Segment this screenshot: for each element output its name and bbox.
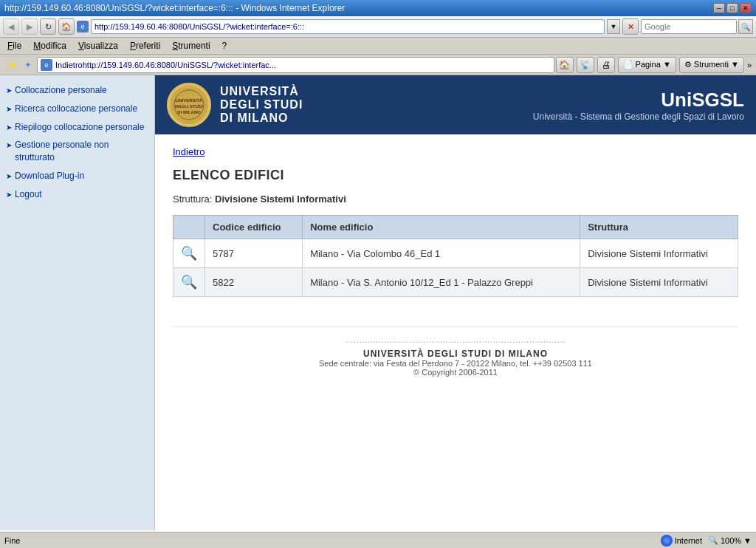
bookmark-add-icon[interactable]: ✦ [21, 58, 35, 72]
col-header-struttura: Struttura [580, 216, 738, 239]
sidebar-item-ricerca[interactable]: ➤ Ricerca collocazione personale [0, 100, 154, 118]
close-button[interactable]: ✕ [740, 3, 752, 13]
nav-bar: ◀ ▶ ↻ 🏠 e ▼ ✕ 🔍 [0, 16, 756, 38]
right-icons: 🏠 📡 🖨 📄 Pagina ▼ ⚙ Strumenti ▼ » [556, 57, 752, 73]
cell-codice: 5822 [205, 268, 303, 297]
menu-help[interactable]: ? [219, 39, 230, 52]
bookmark-star-icon[interactable]: ★ [4, 58, 19, 72]
bookmarks-url: Indietro [55, 61, 83, 69]
more-btn[interactable]: » [747, 61, 752, 69]
title-bar-text: http://159.149.60.46:8080/UniSGSL/?wicke… [4, 3, 345, 13]
col-header-icon [173, 216, 205, 239]
strumenti-btn[interactable]: ⚙ Strumenti ▼ [679, 57, 744, 73]
page-title: ELENCO EDIFICI [173, 168, 738, 183]
bookmarks-url-text: http://159.149.60.46:8080/UniSGSL/?wicke… [83, 61, 276, 69]
zoom-dropdown-icon[interactable]: ▼ [743, 536, 752, 545]
rss-icon-btn[interactable]: 📡 [577, 57, 594, 73]
status-bar: Fine Internet 🔍 100% ▼ [0, 532, 756, 548]
sidebar-item-riepilogo[interactable]: ➤ Riepilogo collocazione personale [0, 118, 154, 137]
full-content-area: UNIVERSITÀ DEGLI STUDI DI MILANO UNIVERS… [155, 75, 756, 530]
refresh-button[interactable]: ↻ [40, 18, 56, 35]
uni-line3: DI MILANO [220, 112, 303, 125]
search-bar: 🔍 [641, 19, 753, 34]
sidebar-link-ricerca[interactable]: Ricerca collocazione personale [15, 103, 137, 115]
zoom-control[interactable]: 🔍 100% ▼ [708, 535, 752, 545]
sidebar-item-collocazione-personale[interactable]: ➤ Collocazione personale [0, 81, 154, 100]
sidebar-link-download[interactable]: Download Plug-in [15, 170, 84, 182]
stop-button[interactable]: ✕ [622, 18, 639, 35]
row-search-icon-cell[interactable]: 🔍 [173, 239, 205, 268]
struttura-label: Struttura: Divisione Sistemi Informativi [173, 193, 738, 205]
print-icon-btn[interactable]: 🖨 [597, 57, 615, 73]
search-input[interactable] [641, 19, 737, 34]
struttura-name: Divisione Sistemi Informativi [215, 193, 346, 205]
sidebar-link-gestione[interactable]: Gestione personale non strutturato [15, 139, 148, 164]
university-name: UNIVERSITÀ DEGLI STUDI DI MILANO [220, 85, 303, 125]
menu-file[interactable]: File [4, 39, 24, 52]
address-dropdown[interactable]: ▼ [607, 19, 620, 34]
arrow-icon: ➤ [6, 140, 12, 151]
title-bar-left: http://159.149.60.46:8080/UniSGSL/?wicke… [4, 3, 345, 13]
struttura-prefix: Struttura: [173, 193, 215, 205]
uni-line2: DEGLI STUDI [220, 98, 303, 112]
cell-codice: 5787 [205, 239, 303, 268]
buildings-table: Codice edificio Nome edificio Struttura … [173, 215, 738, 297]
menu-modifica[interactable]: Modifica [30, 39, 69, 52]
content-area: Indietro ELENCO EDIFICI Struttura: Divis… [155, 134, 756, 530]
sidebar: ➤ Collocazione personale ➤ Ricerca collo… [0, 75, 155, 530]
arrow-icon: ➤ [6, 190, 12, 200]
sidebar-item-download[interactable]: ➤ Download Plug-in [0, 167, 154, 185]
maximize-button[interactable]: □ [726, 3, 738, 13]
sidebar-item-gestione[interactable]: ➤ Gestione personale non strutturato [0, 136, 154, 167]
app-desc: Università - Sistema di Gestione degli S… [533, 112, 744, 122]
svg-text:UNIVERSITÀ: UNIVERSITÀ [176, 98, 203, 103]
cell-struttura: Divisione Sistemi Informativi [580, 239, 738, 268]
table-row: 🔍5787Milano - Via Colombo 46_Ed 1Divisio… [173, 239, 738, 268]
arrow-icon: ➤ [6, 123, 12, 133]
pagina-btn[interactable]: 📄 Pagina ▼ [618, 57, 676, 73]
cell-struttura: Divisione Sistemi Informativi [580, 268, 738, 297]
magnifier-icon[interactable]: 🔍 [181, 275, 197, 290]
uni-line1: UNIVERSITÀ [220, 85, 303, 98]
sidebar-link-collocazione[interactable]: Collocazione personale [15, 84, 107, 97]
menu-strumenti[interactable]: Strumenti [169, 39, 213, 52]
footer-copyright: © Copyright 2006-2011 [182, 368, 729, 377]
zoom-level: 100% [721, 536, 741, 545]
address-bar-container: e ▼ ✕ [77, 18, 639, 35]
title-bar-controls[interactable]: ─ □ ✕ [713, 3, 752, 13]
footer-dots: ........................................… [182, 336, 729, 344]
home-icon-btn[interactable]: 🏠 [556, 57, 574, 73]
svg-text:DEGLI STUDI: DEGLI STUDI [175, 104, 203, 109]
magnifier-icon[interactable]: 🔍 [181, 246, 197, 261]
footer-uni-name: UNIVERSITÀ DEGLI STUDI DI MILANO [182, 349, 729, 359]
cell-nome: Milano - Via S. Antonio 10/12_Ed 1 - Pal… [303, 268, 580, 297]
arrow-icon: ➤ [6, 86, 12, 96]
col-header-codice: Codice edificio [205, 216, 303, 239]
search-button[interactable]: 🔍 [738, 19, 753, 34]
sidebar-item-logout[interactable]: ➤ Logout [0, 185, 154, 204]
forward-button[interactable]: ▶ [21, 18, 38, 35]
col-header-nome: Nome edificio [303, 216, 580, 239]
bookmarks-bar: ★ ✦ e Indietro http://159.149.60.46:8080… [0, 55, 756, 75]
sidebar-link-riepilogo[interactable]: Riepilogo collocazione personale [15, 121, 144, 134]
status-right: Internet 🔍 100% ▼ [661, 535, 752, 547]
sidebar-link-logout[interactable]: Logout [15, 188, 42, 201]
internet-label: Internet [675, 536, 702, 545]
menu-visualizza[interactable]: Visualizza [75, 39, 121, 52]
menu-preferiti[interactable]: Preferiti [127, 39, 163, 52]
internet-zone: Internet [661, 535, 702, 547]
svg-text:DI MILANO: DI MILANO [177, 110, 201, 114]
back-button[interactable]: ◀ [3, 18, 19, 35]
footer-address: Sede centrale: via Festa del Perdono 7 -… [182, 359, 729, 368]
arrow-icon: ➤ [6, 171, 12, 182]
home-button[interactable]: 🏠 [58, 18, 75, 35]
back-link[interactable]: Indietro [173, 146, 205, 157]
table-row: 🔍5822Milano - Via S. Antonio 10/12_Ed 1 … [173, 268, 738, 297]
status-left: Fine [4, 536, 20, 545]
row-search-icon-cell[interactable]: 🔍 [173, 268, 205, 297]
bookmarks-address: e Indietro http://159.149.60.46:8080/Uni… [37, 57, 554, 73]
arrow-icon: ➤ [6, 104, 12, 114]
minimize-button[interactable]: ─ [713, 3, 725, 13]
globe-icon [661, 535, 673, 547]
address-input[interactable] [91, 19, 605, 34]
